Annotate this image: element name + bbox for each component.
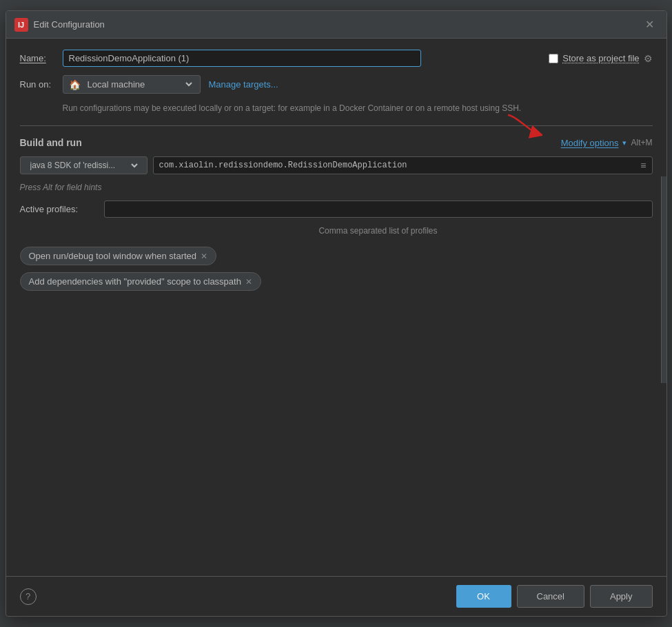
chip-add-dependencies-label: Add dependencies with "provided" scope t… — [29, 276, 241, 287]
sdk-select-wrapper[interactable]: java 8 SDK of 'redissi... — [20, 156, 147, 174]
dialog-title: Edit Configuration — [34, 19, 105, 30]
title-bar: IJ Edit Configuration ✕ — [6, 11, 666, 39]
runon-dropdown[interactable]: Local machine — [85, 79, 194, 90]
runon-select[interactable]: 🏠 Local machine — [63, 75, 201, 94]
build-run-header: Build and run Modify options ▾ Alt+M — [20, 137, 653, 148]
chip-open-debug: Open run/debug tool window when started … — [20, 247, 217, 265]
chips-area: Open run/debug tool window when started … — [20, 247, 653, 291]
help-button[interactable]: ? — [20, 588, 37, 605]
main-class-input[interactable] — [159, 161, 638, 170]
home-icon: 🏠 — [69, 79, 81, 90]
name-row: Name: Store as project file ⚙ — [20, 50, 653, 67]
chip-open-debug-label: Open run/debug tool window when started — [29, 251, 197, 261]
main-class-input-wrap: ≡ — [153, 156, 653, 174]
modify-options-area: Modify options ▾ Alt+M — [561, 138, 653, 148]
alt-m-shortcut: Alt+M — [631, 138, 652, 147]
profiles-row: Active profiles: — [20, 201, 653, 218]
runon-label: Run on: — [20, 79, 54, 90]
name-label: Name: — [20, 53, 54, 63]
red-arrow-annotation — [501, 112, 542, 139]
dialog-body: Name: Store as project file ⚙ Run on: 🏠 … — [6, 39, 666, 576]
store-project-checkbox[interactable] — [549, 54, 558, 63]
close-button[interactable]: ✕ — [641, 17, 658, 32]
name-input[interactable] — [63, 50, 421, 67]
divider — [20, 125, 653, 126]
cancel-button[interactable]: Cancel — [517, 585, 584, 608]
ok-button[interactable]: OK — [456, 585, 511, 608]
chip-open-debug-close[interactable]: ✕ — [201, 252, 207, 260]
profiles-input[interactable] — [104, 201, 653, 218]
sdk-dropdown[interactable]: java 8 SDK of 'redissi... — [28, 160, 140, 171]
build-run-title: Build and run — [20, 137, 82, 148]
runon-row: Run on: 🏠 Local machine Manage targets..… — [20, 75, 653, 94]
scrollbar-track[interactable] — [661, 176, 666, 383]
chip-add-dependencies-close[interactable]: ✕ — [245, 278, 252, 286]
gear-icon[interactable]: ⚙ — [644, 53, 653, 64]
edit-configuration-dialog: IJ Edit Configuration ✕ Name: Store as p… — [6, 10, 667, 617]
browse-icon[interactable]: ≡ — [640, 160, 646, 171]
modify-options-chevron-icon: ▾ — [622, 138, 627, 147]
hint-text: Press Alt for field hints — [20, 183, 653, 192]
info-text: Run configurations may be executed local… — [63, 102, 653, 114]
apply-button[interactable]: Apply — [590, 585, 653, 608]
modify-options-link[interactable]: Modify options — [561, 138, 619, 148]
profiles-label: Active profiles: — [20, 204, 96, 214]
sdk-row: java 8 SDK of 'redissi... ≡ — [20, 156, 653, 174]
store-project-area: Store as project file ⚙ — [549, 53, 652, 64]
bottom-bar: ? OK Cancel Apply — [6, 576, 666, 616]
button-group: OK Cancel Apply — [456, 585, 653, 608]
title-bar-left: IJ Edit Configuration — [14, 18, 105, 32]
manage-targets-link[interactable]: Manage targets... — [209, 79, 278, 90]
profiles-hint: Comma separated list of profiles — [104, 226, 653, 236]
chip-add-dependencies: Add dependencies with "provided" scope t… — [20, 272, 261, 291]
app-icon: IJ — [14, 18, 28, 32]
store-project-label[interactable]: Store as project file — [562, 53, 639, 63]
